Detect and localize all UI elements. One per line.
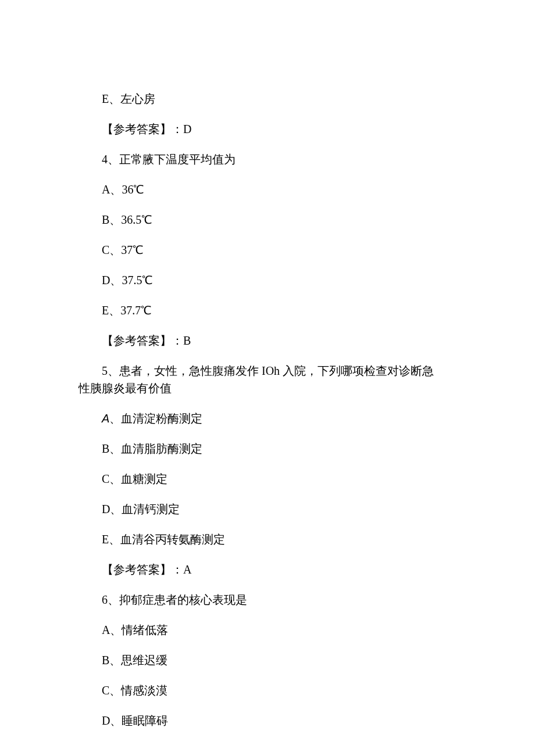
q5-option-e: E、血清谷丙转氨酶测定 — [79, 531, 436, 548]
q4-answer: 【参考答案】：B — [79, 332, 436, 349]
q6-stem: 6、抑郁症患者的核心表现是 — [79, 591, 436, 608]
q5-option-d: D、血清钙测定 — [79, 500, 436, 518]
q4-option-e: E、37.7℃ — [79, 302, 436, 319]
q4-stem: 4、正常腋下温度平均值为 — [79, 151, 436, 168]
q5-option-a-letter: A — [102, 412, 109, 425]
q5-answer: 【参考答案】：A — [79, 561, 436, 578]
q5-option-a-text: 、血清淀粉酶测定 — [109, 412, 202, 425]
q6-option-d: D、睡眠障碍 — [79, 712, 436, 729]
q3-answer: 【参考答案】：D — [79, 120, 436, 138]
q4-option-d: D、37.5℃ — [79, 271, 436, 289]
q6-option-b: B、思维迟缓 — [79, 651, 436, 669]
q5-stem: 5、患者，女性，急性腹痛发作 IOh 入院，下列哪项检查对诊断急性胰腺炎最有价值 — [79, 362, 436, 397]
q5-option-a: A、血清淀粉酶测定 — [79, 410, 436, 427]
q5-option-b: B、血清脂肪酶测定 — [79, 440, 436, 457]
q6-option-c: C、情感淡漠 — [79, 682, 436, 699]
q5-option-c: C、血糖测定 — [79, 470, 436, 488]
q6-option-a: A、情绪低落 — [79, 621, 436, 639]
q4-option-a: A、36℃ — [79, 181, 436, 198]
q3-option-e: E、左心房 — [79, 90, 436, 108]
q4-option-c: C、37℃ — [79, 241, 436, 259]
q4-option-b: B、36.5℃ — [79, 211, 436, 228]
